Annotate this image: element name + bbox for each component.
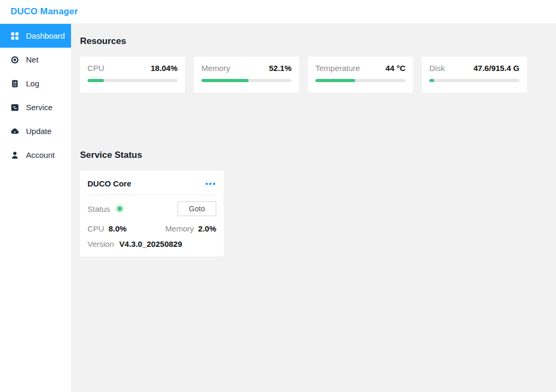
sidebar: Dashboard Net Log Service Update [0, 24, 71, 392]
disk-card: Disk 47.6/915.4 G [422, 57, 527, 93]
cpu-progress-track [87, 79, 178, 82]
cpu-progress-fill [87, 79, 104, 82]
temperature-card: Temperature 44 °C [308, 57, 413, 93]
sidebar-item-update[interactable]: Update [0, 119, 71, 143]
resources-heading: Resources [80, 36, 556, 47]
service-card-duco-core: DUCO Core Status Goto CPU 8.0% [80, 171, 224, 256]
sidebar-item-log[interactable]: Log [0, 72, 71, 95]
service-card-title: DUCO Core [87, 179, 131, 188]
temperature-progress-fill [315, 79, 355, 82]
service-version-label: Version [87, 239, 114, 248]
memory-value: 52.1% [269, 64, 292, 73]
sidebar-item-net[interactable]: Net [0, 48, 71, 72]
disk-progress-fill [429, 79, 434, 82]
resource-cards-row: CPU 18.04% Memory 52.1% Temperature [80, 57, 556, 93]
memory-label: Memory [201, 64, 230, 73]
service-cpu-label: CPU [87, 224, 104, 233]
dashboard-grid-icon [11, 32, 19, 40]
sidebar-item-label: Log [26, 79, 39, 88]
disk-label: Disk [429, 64, 445, 73]
temperature-value: 44 °C [385, 64, 405, 73]
temperature-label: Temperature [315, 64, 360, 73]
account-user-icon [11, 151, 19, 159]
sidebar-item-dashboard[interactable]: Dashboard [0, 24, 71, 48]
temperature-progress-track [315, 79, 405, 82]
app-title: DUCO Manager [11, 6, 78, 17]
memory-progress-fill [201, 79, 249, 82]
goto-button[interactable]: Goto [178, 201, 216, 216]
sidebar-item-service[interactable]: Service [0, 95, 71, 119]
sidebar-item-label: Service [26, 103, 52, 112]
service-version-value: V4.3.0_20250829 [119, 239, 182, 248]
service-status-heading: Service Status [80, 150, 556, 161]
memory-progress-track [201, 79, 292, 82]
main-content: Resources CPU 18.04% Memory 52.1% [71, 24, 556, 392]
service-card-divider [86, 194, 217, 195]
service-memory-label: Memory [165, 224, 194, 233]
disk-value: 47.6/915.4 G [473, 64, 519, 73]
sidebar-item-account[interactable]: Account [0, 143, 71, 167]
service-memory-value: 2.0% [198, 224, 216, 233]
service-cpu-value: 8.0% [109, 224, 127, 233]
cpu-card: CPU 18.04% [80, 57, 185, 93]
sidebar-item-label: Dashboard [26, 31, 65, 40]
cpu-value: 18.04% [151, 64, 178, 73]
sidebar-item-label: Account [26, 150, 55, 159]
net-target-icon [11, 56, 19, 64]
sidebar-item-label: Net [26, 55, 38, 64]
memory-card: Memory 52.1% [194, 57, 299, 93]
status-label: Status [87, 204, 110, 213]
cpu-label: CPU [87, 64, 104, 73]
ellipsis-icon[interactable] [205, 181, 216, 187]
service-box-icon [11, 103, 19, 112]
log-clipboard-icon [11, 79, 19, 88]
disk-progress-track [429, 79, 519, 82]
update-cloud-icon [11, 127, 19, 136]
sidebar-item-label: Update [26, 127, 51, 136]
app-header: DUCO Manager [0, 0, 556, 24]
service-status-section: Service Status DUCO Core Status Goto [80, 150, 556, 256]
status-running-dot [116, 204, 124, 213]
